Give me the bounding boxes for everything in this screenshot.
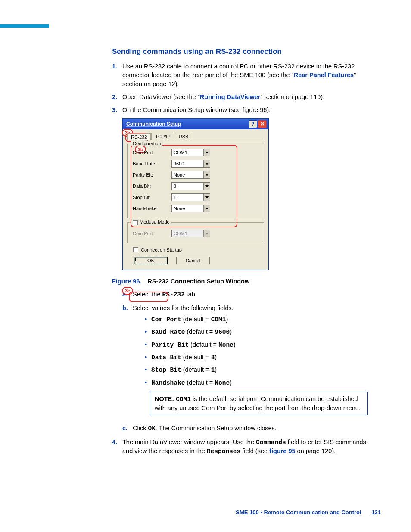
chevron-down-icon <box>203 183 210 190</box>
stopbit-label: Stop Bit: <box>133 195 171 200</box>
baudrate-select[interactable]: 9600 <box>171 160 210 168</box>
step-number: 1. <box>112 62 122 88</box>
comport-select[interactable]: COM1 <box>171 149 210 156</box>
parity-select[interactable]: None <box>171 171 210 179</box>
connect-startup-checkbox[interactable] <box>133 247 138 252</box>
chevron-down-icon <box>203 160 210 167</box>
parity-label: Parity Bit: <box>133 172 171 177</box>
stopbit-select[interactable]: 1 <box>171 193 210 201</box>
note-label: NOTE: <box>155 395 174 402</box>
chevron-down-icon <box>203 194 210 201</box>
figure-95-link[interactable]: figure 95 <box>269 448 295 454</box>
step-3: 3. On the Communication Setup window (se… <box>112 106 368 114</box>
tab-usb[interactable]: USB <box>175 133 193 140</box>
step3-text: On the Communication Setup window (see f… <box>122 106 368 114</box>
bullet-parity: Parity Bit (default = None) <box>145 340 368 349</box>
chevron-down-icon <box>203 230 210 237</box>
substep-c: c. Click OK. The Communication Setup win… <box>122 424 368 433</box>
connect-startup-label: Connect on Startup <box>141 247 182 252</box>
chevron-down-icon <box>203 171 210 178</box>
bullet-handshake: Handshake (default = None) <box>145 378 368 387</box>
step-number: 4. <box>112 438 122 456</box>
substep-a: a. Select the RS-232 tab. <box>122 290 368 299</box>
header-accent-bar <box>0 24 49 28</box>
tab-tcpip[interactable]: TCP/IP <box>151 133 174 140</box>
connect-startup-row: Connect on Startup <box>133 247 264 252</box>
cancel-button[interactable]: Cancel <box>176 257 210 264</box>
medusa-comport-select: COM1 <box>171 230 210 237</box>
tab-rs232[interactable]: RS-232 <box>127 133 151 140</box>
step-1: 1. Use an RS-232 cable to connect a cont… <box>112 62 368 88</box>
ok-button[interactable]: OK <box>134 257 168 264</box>
figure-caption: Figure 96. RS-232 Connection Setup Windo… <box>112 278 368 285</box>
step-2: 2. Open DataViewer (see the "Running Dat… <box>112 93 368 101</box>
close-icon[interactable]: ✕ <box>258 120 267 128</box>
figure-title: RS-232 Connection Setup Window <box>148 278 250 285</box>
step2-pre: Open DataViewer (see the " <box>122 93 200 100</box>
help-icon[interactable]: ? <box>249 120 257 128</box>
bullet-baudrate: Baud Rate (default = 9600) <box>145 327 368 336</box>
substep-b: b. Select values for the following field… <box>122 304 368 420</box>
handshake-label: Handshake: <box>133 206 171 211</box>
medusa-legend: Medusa Mode <box>131 219 171 225</box>
step2-post: " section on page 119). <box>261 93 325 100</box>
substep-number: b. <box>122 304 133 420</box>
dialog-title: Communication Setup <box>125 121 248 127</box>
page-number: 121 <box>371 509 381 516</box>
substep-number: c. <box>122 424 133 433</box>
page-footer: SME 100 • Remote Communication and Contr… <box>236 509 381 516</box>
configuration-legend: Configuration <box>131 141 162 146</box>
bullet-databit: Data Bit (default = 8) <box>145 353 368 362</box>
databit-label: Data Bit: <box>133 184 171 189</box>
medusa-group: Medusa Mode Com Port:COM1 <box>127 222 264 243</box>
databit-select[interactable]: 8 <box>171 182 210 190</box>
step-number: 2. <box>112 93 122 101</box>
step-number: 3. <box>112 106 122 114</box>
substep-number: a. <box>122 290 133 299</box>
bullet-comport: Com Port (default = COM1) <box>145 315 368 324</box>
title-bar: Communication Setup ? ✕ <box>123 119 268 129</box>
configuration-group: Configuration Com Port:COM1 Baud Rate:96… <box>127 144 264 218</box>
section-heading: Sending commands using an RS-232 connect… <box>112 47 368 56</box>
step-4: 4. The main DataViewer window appears. U… <box>112 438 368 456</box>
handshake-select[interactable]: None <box>171 205 210 212</box>
chevron-down-icon <box>203 205 210 212</box>
medusa-checkbox[interactable] <box>133 220 138 225</box>
chevron-down-icon <box>203 149 210 156</box>
footer-text: SME 100 • Remote Communication and Contr… <box>236 509 361 516</box>
note-box: NOTE: COM1 is the default serial port. C… <box>150 392 368 416</box>
comport-label: Com Port: <box>133 150 171 155</box>
tab-strip: RS-232 TCP/IP USB <box>127 133 264 140</box>
medusa-comport-label: Com Port: <box>133 231 171 236</box>
rear-panel-features-link[interactable]: Rear Panel Features <box>294 72 354 78</box>
bullet-stopbit: Stop Bit (default = 1) <box>145 365 368 374</box>
running-dataviewer-link[interactable]: Running DataViewer <box>200 93 261 100</box>
baudrate-label: Baud Rate: <box>133 161 171 166</box>
figure-number: Figure 96. <box>112 278 142 285</box>
communication-setup-dialog: 3a 3b 3c Communication Setup ? ✕ RS-232 … <box>122 118 269 270</box>
